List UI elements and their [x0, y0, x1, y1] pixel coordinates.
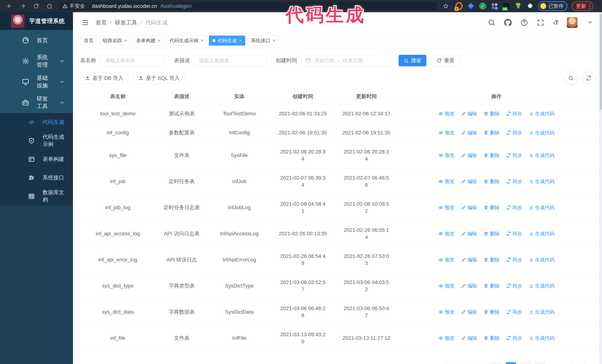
tab-close-icon[interactable]: × [239, 38, 242, 43]
tab-close-icon[interactable]: × [272, 38, 275, 43]
browser-back-button[interactable] [4, 1, 15, 11]
tag-tab[interactable]: 代码生成示例× [166, 36, 207, 46]
action-sync[interactable]: 同步 [506, 204, 522, 211]
extension-check-icon[interactable]: ✓ [479, 2, 486, 10]
toggle-search-button[interactable] [565, 72, 577, 84]
action-preview[interactable]: 预览 [439, 152, 454, 159]
goto-page-input[interactable] [572, 362, 585, 364]
submenu-item-1[interactable]: 代码生成示例 [0, 131, 73, 150]
breadcrumb-item[interactable]: 研发工具 [115, 19, 137, 26]
extensions-puzzle-icon[interactable] [527, 2, 534, 10]
date-range-picker[interactable]: 开始日期 - 结束日期 [301, 55, 392, 66]
submenu-item-0[interactable]: 代码生成 [0, 113, 73, 131]
github-icon[interactable] [504, 19, 512, 26]
table-desc-input[interactable] [194, 55, 267, 66]
reset-button[interactable]: 重置 [431, 55, 459, 66]
site-security-warning[interactable]: 不安全 [62, 3, 85, 10]
search-button[interactable]: 搜索 [399, 55, 426, 66]
bookmark-star-button[interactable] [441, 1, 451, 11]
browser-reload-button[interactable] [31, 1, 42, 11]
action-sync[interactable]: 同步 [506, 129, 522, 136]
tab-close-icon[interactable]: × [201, 38, 203, 43]
action-preview[interactable]: 预览 [439, 256, 454, 263]
action-sync[interactable]: 同步 [506, 178, 522, 185]
action-preview[interactable]: 预览 [439, 129, 454, 136]
submenu-item-2[interactable]: 表单构建 [0, 150, 73, 168]
tag-tab[interactable]: 表单构建× [133, 36, 164, 46]
action-generate[interactable]: 生成代码 [529, 230, 554, 237]
action-preview[interactable]: 预览 [439, 110, 454, 117]
page-number-2[interactable]: 2 [520, 362, 530, 364]
sidebar-item-1[interactable]: 系统管理 [0, 51, 73, 72]
action-generate[interactable]: 生成代码 [529, 152, 554, 159]
action-delete[interactable]: 删除 [484, 308, 500, 315]
action-delete[interactable]: 删除 [484, 110, 500, 117]
action-sync[interactable]: 同步 [506, 334, 522, 342]
browser-update-button[interactable]: 更新 [572, 1, 593, 11]
action-generate[interactable]: 生成代码 [529, 178, 554, 185]
action-generate[interactable]: 生成代码 [529, 282, 554, 289]
submenu-item-4[interactable]: 数据库文档 [0, 187, 73, 206]
page-size-select[interactable]: 10条/页 [446, 362, 487, 364]
action-preview[interactable]: 预览 [439, 308, 454, 315]
refresh-table-button[interactable] [582, 72, 595, 84]
font-size-icon[interactable]: тT [553, 19, 558, 26]
extension-orange-icon[interactable]: 1 [455, 2, 463, 10]
action-generate[interactable]: 生成代码 [529, 110, 554, 117]
action-edit[interactable]: 编辑 [461, 204, 477, 211]
address-bar[interactable]: 不安全 dashboard.yudao.iocoder.cn/tool/code… [57, 1, 438, 11]
action-generate[interactable]: 生成代码 [529, 334, 554, 342]
action-delete[interactable]: 删除 [484, 282, 500, 289]
action-generate[interactable]: 生成代码 [529, 308, 554, 315]
sidebar-item-0[interactable]: 首页 [0, 30, 73, 51]
action-delete[interactable]: 删除 [484, 178, 500, 185]
action-edit[interactable]: 编辑 [461, 282, 477, 289]
help-icon[interactable] [520, 19, 528, 26]
action-sync[interactable]: 同步 [506, 282, 522, 289]
submenu-item-3[interactable]: 系统接口 [0, 168, 73, 187]
action-edit[interactable]: 编辑 [461, 256, 477, 263]
action-edit[interactable]: 编辑 [461, 178, 477, 185]
paused-badge[interactable]: 已暂停 [538, 1, 567, 11]
extension-diamond-icon[interactable] [467, 2, 474, 10]
sidebar-item-3[interactable]: 研发工具 [0, 92, 73, 113]
action-generate[interactable]: 生成代码 [529, 129, 554, 136]
tag-tab[interactable]: 系统接口× [247, 36, 279, 46]
app-logo-band[interactable]: 芋道管理系统 [0, 12, 73, 30]
action-edit[interactable]: 编辑 [461, 152, 477, 159]
action-sync[interactable]: 同步 [506, 308, 522, 315]
extension-key-icon[interactable] [515, 2, 522, 10]
action-delete[interactable]: 删除 [484, 334, 500, 342]
header-search-icon[interactable] [488, 19, 495, 26]
action-delete[interactable]: 删除 [484, 204, 500, 211]
breadcrumb-item[interactable]: 首页 [96, 19, 107, 26]
hamburger-icon[interactable] [81, 19, 89, 27]
action-edit[interactable]: 编辑 [461, 334, 477, 342]
user-avatar[interactable] [567, 17, 578, 28]
action-edit[interactable]: 编辑 [461, 308, 477, 315]
action-sync[interactable]: 同步 [506, 230, 522, 237]
action-preview[interactable]: 预览 [439, 334, 454, 342]
action-generate[interactable]: 生成代码 [529, 204, 554, 211]
action-generate[interactable]: 生成代码 [529, 256, 554, 263]
page-number-1[interactable]: 1 [506, 362, 516, 364]
sidebar-item-2[interactable]: 基础设施 [0, 72, 73, 92]
action-preview[interactable]: 预览 [439, 204, 454, 211]
tag-tab[interactable]: 首页 [80, 36, 97, 46]
prev-page-button[interactable] [491, 362, 502, 364]
tab-close-icon[interactable]: × [158, 38, 160, 43]
tag-tab[interactable]: 代码生成× [209, 36, 245, 46]
tag-tab[interactable]: 链路追踪× [99, 36, 130, 46]
avatar-caret-down-icon[interactable] [586, 19, 594, 26]
browser-forward-button[interactable] [17, 1, 28, 11]
action-preview[interactable]: 预览 [439, 178, 454, 185]
extension-dark-icon[interactable]: on [503, 2, 510, 10]
action-delete[interactable]: 删除 [484, 152, 500, 159]
action-preview[interactable]: 预览 [439, 282, 454, 289]
browser-home-button[interactable] [44, 1, 55, 11]
action-edit[interactable]: 编辑 [461, 129, 477, 136]
action-delete[interactable]: 删除 [484, 256, 500, 263]
action-delete[interactable]: 删除 [484, 129, 500, 136]
import-db-button[interactable]: 基于 DB 导入 [80, 73, 128, 84]
action-sync[interactable]: 同步 [506, 110, 522, 117]
